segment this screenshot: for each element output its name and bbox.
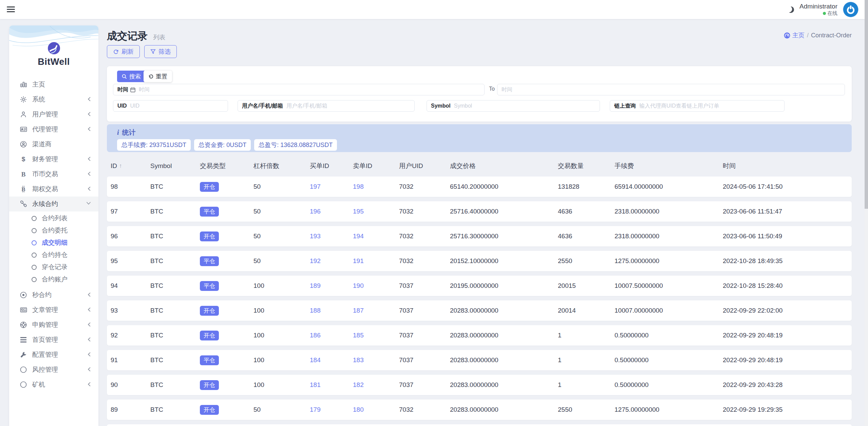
- buy-id-link[interactable]: 184: [310, 356, 321, 364]
- buy-id-link[interactable]: 186: [310, 332, 321, 339]
- sell-id-link[interactable]: 191: [353, 257, 364, 264]
- sell-id-link[interactable]: 198: [353, 183, 364, 190]
- cell-qty: 2550: [558, 257, 615, 265]
- sell-id-link[interactable]: 190: [353, 282, 364, 289]
- dark-mode-moon-icon[interactable]: [787, 5, 795, 13]
- cell-buy_id: 179: [310, 406, 353, 413]
- hamburger-menu-icon[interactable]: [7, 6, 15, 13]
- cell-type: 开仓: [200, 331, 253, 340]
- time-from-input[interactable]: [139, 87, 480, 93]
- cell-qty: 131828: [558, 183, 615, 190]
- chevron-left-icon: [87, 322, 91, 327]
- cell-type: 平仓: [200, 256, 253, 266]
- cell-price: 25716.30000000: [450, 233, 558, 240]
- column-header[interactable]: 成交价格: [450, 162, 558, 170]
- table-body: 98BTC开仓50197198703265140.200000001318286…: [107, 177, 852, 424]
- buy-id-link[interactable]: 192: [310, 257, 321, 264]
- sidebar-subitem-label: 穿仓记录: [42, 263, 68, 272]
- sidebar-subitem[interactable]: 合约持仓: [9, 249, 98, 261]
- sidebar-item[interactable]: 首页管理: [9, 332, 98, 347]
- search-button[interactable]: 搜索: [117, 71, 146, 82]
- user-avatar[interactable]: [843, 2, 858, 17]
- column-header[interactable]: Symbol: [150, 162, 200, 170]
- cell-qty: 1: [558, 381, 615, 389]
- refresh-button[interactable]: 刷新: [107, 45, 140, 58]
- buy-id-link[interactable]: 189: [310, 282, 321, 289]
- scrollbar-thumb[interactable]: [865, 0, 868, 209]
- sidebar-subitem[interactable]: 穿仓记录: [9, 261, 98, 273]
- cell-price: 25716.40000000: [450, 208, 558, 215]
- table-row: 98BTC开仓50197198703265140.200000001318286…: [107, 177, 852, 197]
- sidebar-item[interactable]: 永续合约: [9, 197, 98, 211]
- sidebar-item[interactable]: $财务管理: [9, 152, 98, 167]
- sell-id-link[interactable]: 187: [353, 307, 364, 314]
- column-header[interactable]: 用户UID: [399, 162, 450, 170]
- filter-button[interactable]: 筛选: [144, 45, 177, 58]
- column-header[interactable]: 买单ID: [310, 162, 353, 170]
- buy-id-link[interactable]: 181: [310, 381, 321, 388]
- sidebar-item[interactable]: 主页: [9, 77, 98, 92]
- sell-id-link[interactable]: 180: [353, 406, 364, 413]
- sidebar-item[interactable]: 代理管理: [9, 122, 98, 137]
- position-type-badge: 开仓: [200, 331, 219, 340]
- sidebar-subitem[interactable]: 合约委托: [9, 224, 98, 237]
- cell-type: 平仓: [200, 355, 253, 365]
- column-header[interactable]: ID↑: [111, 162, 150, 170]
- username-input[interactable]: [286, 103, 410, 109]
- circle-icon: [19, 381, 27, 388]
- sidebar-item[interactable]: 申购管理: [9, 317, 98, 332]
- position-type-badge: 平仓: [200, 207, 219, 217]
- sidebar-subitem[interactable]: 合约列表: [9, 212, 98, 224]
- uid-input[interactable]: [130, 103, 224, 109]
- sidebar-item[interactable]: B币币交易: [9, 167, 98, 182]
- position-type-badge: 开仓: [200, 380, 219, 390]
- sell-id-link[interactable]: 194: [353, 233, 364, 240]
- symbol-filter: Symbol: [427, 100, 600, 112]
- column-header[interactable]: 时间: [723, 162, 852, 170]
- chain-query-label: 链上查询: [614, 103, 636, 110]
- sidebar-item[interactable]: 系统: [9, 92, 98, 107]
- breadcrumb-home-link[interactable]: 主页: [784, 31, 805, 39]
- sidebar-item[interactable]: 矿机: [9, 377, 98, 392]
- sidebar-subitem[interactable]: 合约账户: [9, 273, 98, 285]
- sidebar-item[interactable]: B期权交易: [9, 182, 98, 197]
- page-title: 成交记录: [107, 30, 148, 41]
- cell-symbol: BTC: [150, 406, 200, 413]
- buy-id-link[interactable]: 193: [310, 233, 321, 240]
- sidebar-item[interactable]: 渠道商: [9, 137, 98, 152]
- chain-query-input[interactable]: [639, 103, 780, 109]
- brand[interactable]: BitWell: [9, 42, 98, 67]
- table-row: 89BTC开仓50179180703220283.000000002550127…: [107, 400, 852, 420]
- symbol-input[interactable]: [454, 103, 596, 109]
- buy-id-link[interactable]: 188: [310, 307, 321, 314]
- sidebar-subitem[interactable]: 成交明细: [9, 237, 98, 249]
- column-header[interactable]: 交易数量: [558, 162, 615, 170]
- buy-id-link[interactable]: 196: [310, 208, 321, 215]
- column-header[interactable]: 杠杆倍数: [253, 162, 310, 170]
- sell-id-link[interactable]: 185: [353, 332, 364, 339]
- sidebar-item[interactable]: 文章管理: [9, 302, 98, 317]
- cell-time: 2022-09-29 20:48:19: [723, 332, 852, 339]
- cell-sell_id: 194: [353, 233, 399, 240]
- scrollbar[interactable]: [865, 0, 868, 426]
- sidebar-item-label: 首页管理: [32, 335, 58, 344]
- user-block[interactable]: Administrator 在线: [799, 3, 837, 16]
- sidebar-item[interactable]: 风控管理: [9, 362, 98, 377]
- sell-id-link[interactable]: 182: [353, 381, 364, 388]
- buy-id-link[interactable]: 197: [310, 183, 321, 190]
- sell-id-link[interactable]: 183: [353, 356, 364, 364]
- time-to-filter: [497, 84, 845, 95]
- time-to-input[interactable]: [502, 87, 841, 93]
- cell-time: 2023-06-06 11:50:49: [723, 233, 852, 240]
- column-header[interactable]: 卖单ID: [353, 162, 399, 170]
- buy-id-link[interactable]: 179: [310, 406, 321, 413]
- calendar-icon: [130, 87, 135, 92]
- sidebar-item[interactable]: 秒合约: [9, 288, 98, 302]
- sidebar-item[interactable]: 配置管理: [9, 347, 98, 362]
- sidebar-item[interactable]: 用户管理: [9, 107, 98, 122]
- column-header[interactable]: 交易类型: [200, 162, 253, 170]
- reset-button[interactable]: 重置: [144, 71, 172, 82]
- sell-id-link[interactable]: 195: [353, 208, 364, 215]
- cell-qty: 4636: [558, 233, 615, 240]
- column-header[interactable]: 手续费: [615, 162, 723, 170]
